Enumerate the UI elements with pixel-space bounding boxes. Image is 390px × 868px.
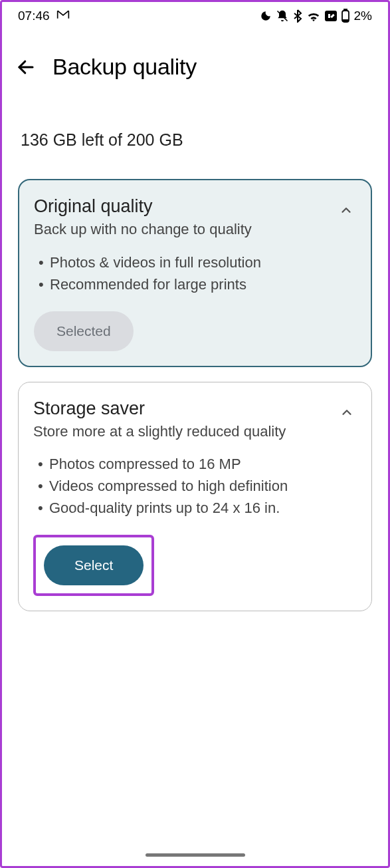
page-title: Backup quality [52,54,197,80]
arrow-left-icon [16,57,36,77]
wifi-icon [306,10,321,22]
original-quality-title: Original quality [34,196,330,217]
list-item: Recommended for large prints [37,273,356,295]
original-quality-card[interactable]: Original quality Back up with no change … [18,179,372,367]
list-item: Photos & videos in full resolution [37,251,356,273]
battery-icon [341,9,350,23]
chevron-up-icon [339,203,353,217]
dnd-moon-icon [260,10,272,22]
battery-percent: 2% [354,9,372,23]
list-item: Good-quality prints up to 24 x 16 in. [36,497,357,519]
gmail-icon [56,9,70,23]
status-time: 07:46 [18,9,50,23]
status-bar: 07:46 2% [2,2,388,29]
storage-summary: 136 GB left of 200 GB [2,93,388,166]
app-bar: Backup quality [2,29,388,93]
list-item: Photos compressed to 16 MP [36,453,357,475]
svg-rect-6 [343,20,347,21]
original-quality-subtitle: Back up with no change to quality [34,219,330,239]
original-quality-bullets: Photos & videos in full resolution Recom… [34,251,356,295]
select-button[interactable]: Select [44,545,144,585]
svg-rect-5 [344,9,347,11]
selected-button: Selected [34,311,134,351]
back-button[interactable] [15,57,37,78]
bell-off-icon [276,9,289,23]
storage-saver-subtitle: Store more at a slightly reduced quality [33,422,330,442]
home-indicator[interactable] [146,853,245,857]
storage-saver-title: Storage saver [33,398,330,419]
collapse-toggle-saver[interactable] [337,402,357,422]
svg-rect-1 [325,11,337,21]
chevron-up-icon [340,405,354,420]
svg-rect-2 [328,14,330,18]
storage-saver-bullets: Photos compressed to 16 MP Videos compre… [33,453,357,519]
highlight-annotation: Select [33,535,154,596]
storage-saver-card[interactable]: Storage saver Store more at a slightly r… [18,382,372,612]
bluetooth-icon [293,9,302,23]
list-item: Videos compressed to high definition [36,475,357,497]
collapse-toggle-original[interactable] [336,200,356,220]
data-icon [325,11,337,21]
